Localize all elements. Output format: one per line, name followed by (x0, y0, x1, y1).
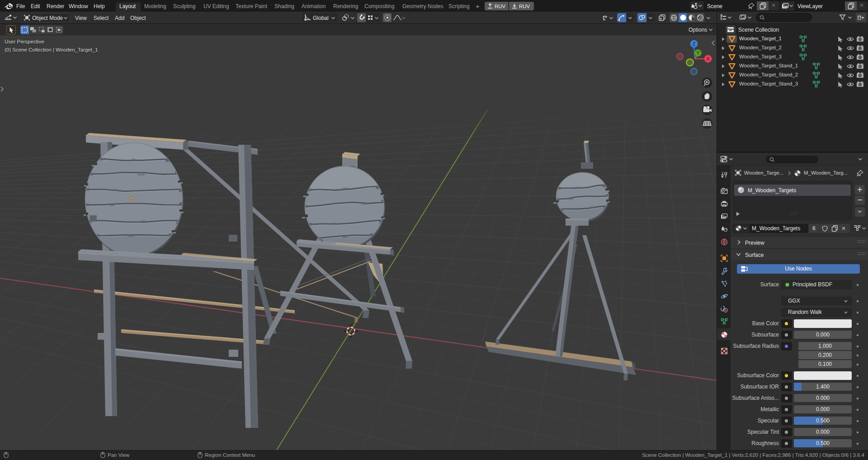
svg-text:Z: Z (693, 41, 696, 47)
svg-text:Y: Y (696, 50, 699, 56)
svg-text:X: X (706, 56, 710, 62)
